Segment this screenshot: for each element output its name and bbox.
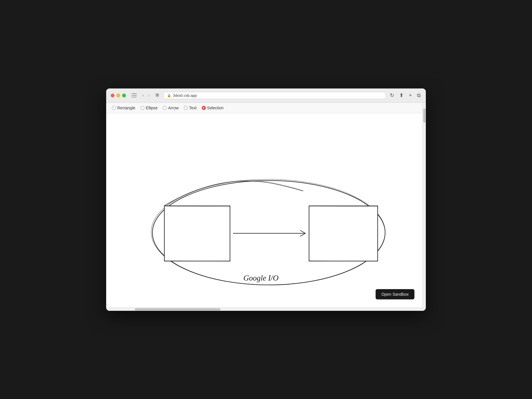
right-scrollbar[interactable]	[422, 103, 426, 311]
content-wrapper: Rectangle Ellipse Arrow Text Selection	[106, 103, 422, 311]
address-bar[interactable]: 🔒 3dxs0.csb.app	[163, 92, 386, 99]
shield-icon: ⛨	[155, 93, 160, 98]
radio-text[interactable]	[184, 106, 188, 110]
browser-window: ‹ › ⛨ 🔒 3dxs0.csb.app ↻ ⬆ + ⧉ Rectangle	[106, 88, 426, 311]
right-rectangle	[309, 206, 378, 261]
tool-selection-label: Selection	[207, 106, 224, 110]
browser-body: Rectangle Ellipse Arrow Text Selection	[106, 103, 426, 311]
tool-rectangle-label: Rectangle	[117, 106, 135, 110]
tool-selection[interactable]: Selection	[202, 106, 224, 110]
forward-button[interactable]: ›	[147, 92, 150, 98]
canvas-svg: Google I/O	[106, 113, 422, 307]
tool-ellipse[interactable]: Ellipse	[140, 106, 158, 110]
url-text: 3dxs0.csb.app	[173, 93, 197, 98]
share-button[interactable]: ⬆	[399, 92, 404, 98]
bottom-scrollbar[interactable]	[106, 307, 422, 311]
open-sandbox-button[interactable]: Open Sandbox	[376, 289, 414, 299]
svg-rect-5	[309, 206, 378, 261]
tool-rectangle[interactable]: Rectangle	[112, 106, 135, 110]
tool-text[interactable]: Text	[184, 106, 197, 110]
radio-rectangle[interactable]	[112, 106, 116, 110]
radio-arrow[interactable]	[163, 106, 167, 110]
tabs-button[interactable]: ⧉	[416, 92, 421, 98]
traffic-lights	[111, 94, 126, 97]
drawing-toolbar: Rectangle Ellipse Arrow Text Selection	[106, 103, 422, 113]
drawing-canvas[interactable]: Google I/O Open Sandbox	[106, 113, 422, 307]
nav-buttons: ‹ ›	[141, 92, 151, 98]
maximize-button[interactable]	[122, 94, 126, 97]
back-button[interactable]: ‹	[141, 92, 145, 98]
radio-selection[interactable]	[202, 106, 206, 110]
tool-arrow[interactable]: Arrow	[163, 106, 179, 110]
tool-ellipse-label: Ellipse	[146, 106, 158, 110]
bottom-scrollbar-thumb[interactable]	[135, 308, 220, 311]
svg-rect-2	[164, 206, 230, 261]
tool-arrow-label: Arrow	[168, 106, 179, 110]
tool-text-label: Text	[189, 106, 197, 110]
browser-toolbar-actions: ↻ ⬆ + ⧉	[389, 92, 421, 98]
sidebar-toggle-button[interactable]	[132, 93, 137, 97]
google-io-label: Google I/O	[243, 273, 279, 282]
reload-button[interactable]: ↻	[389, 92, 395, 98]
arrow-shape	[233, 230, 305, 236]
overlap-curve	[164, 180, 304, 206]
close-button[interactable]	[111, 94, 114, 97]
radio-ellipse[interactable]	[140, 106, 144, 110]
minimize-button[interactable]	[116, 94, 120, 97]
lock-icon: 🔒	[167, 93, 171, 97]
left-rectangle	[164, 206, 230, 261]
scrollbar-thumb[interactable]	[423, 108, 426, 123]
title-bar: ‹ › ⛨ 🔒 3dxs0.csb.app ↻ ⬆ + ⧉	[106, 88, 426, 103]
new-tab-button[interactable]: +	[408, 92, 412, 98]
